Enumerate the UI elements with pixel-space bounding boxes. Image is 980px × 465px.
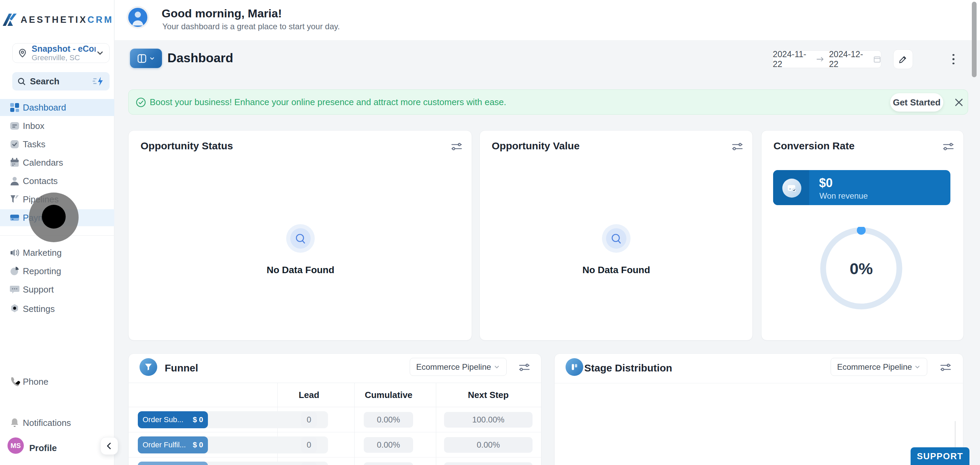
- credit-card-icon: [9, 212, 21, 224]
- megaphone-icon: [9, 247, 21, 259]
- dashboard-icon: [9, 102, 21, 113]
- stage-pill: Order Sub... $ 0: [138, 411, 208, 428]
- brand-logo: AESTHETIXCRM: [0, 12, 115, 27]
- edit-dashboard-button[interactable]: [893, 49, 913, 69]
- profile-avatar: MS: [8, 438, 24, 454]
- date-end: 2024-12-22: [829, 49, 868, 69]
- funnel-pipeline-select[interactable]: Ecommerce Pipeline: [410, 358, 507, 376]
- search-icon: [294, 232, 307, 244]
- sidebar: AESTHETIXCRM Snapshot - eCom... Greenvil…: [0, 0, 115, 465]
- pie-chart-icon: [9, 265, 21, 277]
- won-revenue-banner: $0 Won revenue: [773, 170, 950, 205]
- sidebar-item-inbox[interactable]: Inbox: [0, 117, 115, 134]
- close-icon[interactable]: [953, 97, 964, 108]
- gear-icon: [9, 303, 21, 315]
- get-started-button[interactable]: Get Started: [890, 93, 943, 111]
- scrollbar-thumb[interactable]: [972, 2, 977, 77]
- support-widget-fold: [955, 421, 956, 447]
- stage-pill: [138, 462, 208, 465]
- layout-icon: [137, 53, 147, 63]
- card-title: Opportunity Status: [140, 140, 233, 152]
- date-start: 2024-11-22: [773, 49, 811, 69]
- tasks-icon: [9, 138, 21, 150]
- support-button[interactable]: SUPPORT: [911, 447, 969, 465]
- sidebar-item-settings[interactable]: Settings: [0, 300, 115, 317]
- location-subtitle: Greenville, SC: [32, 53, 95, 62]
- arrow-right-icon: [816, 56, 824, 63]
- search-icon: [17, 77, 26, 86]
- widget-settings-icon[interactable]: [451, 141, 462, 152]
- more-options-button[interactable]: [950, 51, 958, 68]
- chevron-down-icon: [149, 56, 155, 62]
- app-window: AESTHETIXCRM Snapshot - eCom... Greenvil…: [0, 0, 980, 465]
- quick-actions-icon: [92, 76, 105, 86]
- sidebar-item-reporting[interactable]: Reporting: [0, 263, 115, 279]
- widget-settings-icon[interactable]: [732, 141, 743, 152]
- date-range-picker[interactable]: 2024-11-22 2024-12-22: [772, 50, 881, 68]
- widget-settings-icon[interactable]: [943, 141, 954, 152]
- banner-message: Boost your business! Enhance your online…: [150, 97, 506, 108]
- funnel-title: Funnel: [165, 362, 198, 374]
- user-avatar[interactable]: [127, 6, 149, 29]
- search-input[interactable]: Search: [12, 72, 110, 90]
- lead-value: 0: [301, 412, 317, 428]
- sidebar-item-marketing[interactable]: Marketing: [0, 244, 115, 261]
- conversion-rate-card: Conversion Rate $0 Won revenue: [761, 130, 964, 341]
- funnel-card: Funnel Ecommerce Pipeline Lead Cumulativ…: [128, 354, 541, 465]
- sidebar-item-contacts[interactable]: Contacts: [0, 173, 115, 189]
- funnel-widget-icon: [140, 358, 157, 376]
- topbar: [115, 0, 980, 40]
- card-title: Conversion Rate: [773, 140, 854, 152]
- sidebar-item-notifications[interactable]: Notifications: [0, 414, 115, 431]
- funnel-row[interactable]: Order Sub... $ 0 0 0.00% 100.00%: [129, 407, 542, 432]
- chevron-down-icon: [95, 49, 105, 57]
- lead-value: [301, 462, 317, 465]
- sidebar-item-pipelines[interactable]: Pipelines: [0, 191, 115, 208]
- contacts-icon: [9, 175, 21, 187]
- sidebar-item-payments[interactable]: Payments: [0, 209, 115, 226]
- brand-name: AESTHETIXCRM: [21, 14, 113, 25]
- pencil-icon: [898, 54, 908, 64]
- page-title: Dashboard: [167, 51, 233, 65]
- chevron-left-icon: [105, 442, 113, 450]
- sidebar-divider: [0, 235, 115, 236]
- sidebar-item-phone[interactable]: Phone: [0, 373, 115, 390]
- dashboard-layout-button[interactable]: [130, 49, 162, 68]
- next-step-value: 0.00%: [444, 437, 533, 453]
- cumulative-value: 0.00%: [364, 437, 413, 453]
- widget-settings-icon[interactable]: [940, 362, 951, 373]
- calendar-icon: [873, 55, 881, 63]
- chat-bubble-icon: [9, 284, 21, 295]
- column-header-cumulative: Cumulative: [365, 390, 412, 400]
- location-title: Snapshot - eCom...: [32, 44, 95, 54]
- empty-state-badge: [286, 224, 315, 253]
- conversion-gauge: 0%: [820, 227, 903, 310]
- bell-icon: [9, 417, 21, 428]
- funnel-icon: [9, 194, 21, 205]
- location-selector[interactable]: Snapshot - eCom... Greenville, SC: [12, 43, 110, 63]
- calendar-icon: [9, 157, 21, 168]
- header-divider: [555, 383, 964, 383]
- widget-settings-icon[interactable]: [519, 362, 530, 373]
- cumulative-value: [364, 462, 413, 465]
- inbox-icon: [9, 120, 21, 132]
- check-circle-icon: [135, 97, 146, 108]
- sidebar-item-support[interactable]: Support: [0, 281, 115, 298]
- sidebar-item-calendars[interactable]: Calendars: [0, 154, 115, 171]
- column-header-next-step: Next Step: [468, 390, 509, 400]
- sidebar-collapse-button[interactable]: [100, 437, 118, 455]
- greeting-title: Good morning, Maria!: [162, 7, 282, 20]
- opportunity-status-card: Opportunity Status No Data Found: [128, 130, 472, 341]
- next-step-value: [444, 462, 533, 465]
- search-placeholder: Search: [30, 76, 92, 87]
- bar-chart-widget-icon: [566, 358, 583, 376]
- opportunity-value-card: Opportunity Value No Data Found: [479, 130, 753, 341]
- sidebar-item-profile[interactable]: MS Profile: [0, 440, 115, 457]
- funnel-row[interactable]: [129, 457, 542, 465]
- stage-pipeline-select[interactable]: Ecommerce Pipeline: [830, 358, 927, 376]
- lead-value: 0: [301, 437, 317, 453]
- stage-distribution-title: Stage Distribution: [584, 362, 672, 374]
- sidebar-item-dashboard[interactable]: Dashboard: [0, 99, 115, 116]
- sidebar-item-tasks[interactable]: Tasks: [0, 136, 115, 153]
- funnel-row[interactable]: Order Fulfil... $ 0 0 0.00% 0.00%: [129, 432, 542, 457]
